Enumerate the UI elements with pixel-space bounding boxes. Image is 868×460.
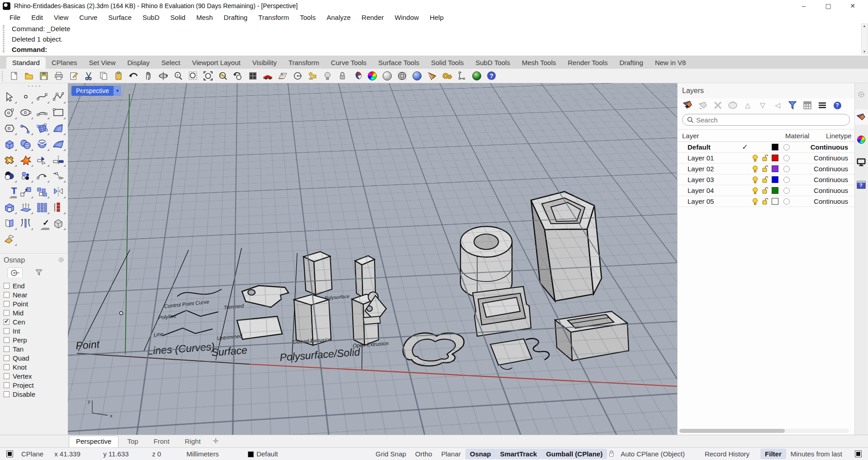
single-point-icon[interactable] [18, 89, 34, 104]
print-icon[interactable] [51, 69, 66, 83]
menu-render[interactable]: Render [356, 13, 389, 22]
explode-icon[interactable] [18, 152, 34, 168]
osnap-project[interactable]: Project [4, 380, 64, 390]
command-area[interactable]: Command: _Delete Deleted 1 object. Comma… [0, 23, 868, 56]
select-icon[interactable] [1, 89, 18, 104]
osnap-near[interactable]: Near [4, 290, 64, 299]
tab-new-in-v8[interactable]: New in V8 [649, 57, 692, 69]
rotate-view-icon[interactable] [156, 69, 171, 83]
extend-curve-icon[interactable] [34, 168, 50, 183]
trim-icon[interactable] [34, 152, 50, 168]
status-units[interactable]: Millimeters [181, 450, 224, 458]
cplane-lock-icon[interactable] [609, 450, 614, 458]
panel-menu-icon[interactable] [816, 99, 829, 111]
osnap-gear-icon[interactable] [58, 257, 64, 264]
delete-layer-icon[interactable] [711, 99, 725, 111]
selection-filter-tab[interactable] [32, 268, 47, 277]
help-icon[interactable] [484, 69, 499, 83]
tab-select[interactable]: Select [156, 57, 186, 69]
edit-box-icon[interactable] [1, 199, 18, 215]
layer-unlocked-icon[interactable] [762, 176, 768, 183]
edit-redline-icon[interactable] [66, 69, 81, 83]
tab-curve-tools[interactable]: Curve Tools [325, 57, 372, 69]
new-sublayer-icon[interactable] [696, 99, 710, 111]
menu-mesh[interactable]: Mesh [191, 13, 218, 22]
material-circle-icon[interactable] [783, 144, 790, 150]
close-button[interactable] [846, 2, 859, 9]
split-icon[interactable] [50, 152, 66, 168]
earth-icon[interactable] [469, 69, 484, 83]
layer-unlocked-icon[interactable] [762, 155, 768, 162]
layer-table-icon[interactable] [801, 99, 814, 111]
toggle-ortho[interactable]: Ortho [411, 449, 437, 459]
tab-cplanes[interactable]: CPlanes [46, 57, 83, 69]
layer-color-swatch[interactable] [772, 144, 778, 150]
lamp-icon[interactable] [320, 69, 335, 83]
lock-icon[interactable] [335, 69, 350, 83]
copy-objects-icon[interactable] [34, 183, 50, 199]
maximize-button[interactable] [822, 2, 835, 9]
scroll-up-icon[interactable]: ▲ [863, 24, 866, 28]
command-prompt[interactable]: Command: [12, 44, 860, 55]
tab-viewport-layout[interactable]: Viewport Layout [186, 57, 246, 69]
osnap-point[interactable]: Point [4, 299, 64, 308]
toggle-filter[interactable]: Filter [760, 449, 786, 459]
menu-window[interactable]: Window [390, 13, 424, 22]
toggle-gumball[interactable]: Gumball (CPlane) [541, 449, 607, 459]
untrimmed-surface-object[interactable] [237, 316, 282, 339]
options-gears-icon[interactable] [439, 69, 454, 83]
tab-transform[interactable]: Transform [283, 57, 325, 69]
solid-box-icon[interactable] [50, 215, 66, 231]
display-tab-icon[interactable] [855, 155, 868, 170]
menu-file[interactable]: File [5, 13, 25, 22]
toggle-auto-cplane[interactable]: Auto CPlane (Object) [616, 449, 689, 459]
layer-on-bulb-icon[interactable] [752, 176, 758, 183]
display-color-tab-icon[interactable] [855, 132, 868, 147]
filter-icon[interactable] [786, 99, 799, 111]
viewport-tab-perspective[interactable]: Perspective [69, 436, 119, 447]
viewport-tab-front[interactable]: Front [147, 436, 176, 447]
surface-from-points-icon[interactable] [34, 120, 50, 136]
layer-on-bulb-icon[interactable] [752, 198, 758, 205]
menu-transform[interactable]: Transform [253, 13, 294, 22]
toggle-minutes-from-last[interactable]: Minutes from last [786, 449, 847, 459]
osnap-int[interactable]: Int [4, 326, 64, 335]
pocket-block-object[interactable] [555, 311, 629, 361]
arc-icon[interactable] [34, 104, 50, 120]
layer-color-swatch[interactable] [772, 165, 778, 172]
osnap-points-tab[interactable] [7, 268, 23, 277]
trimmed-surface-object[interactable] [242, 286, 289, 307]
layer-row-03[interactable]: Layer 03 Continuous [678, 174, 854, 185]
add-viewport-icon[interactable] [209, 436, 223, 447]
viewport-tab-right[interactable]: Right [178, 436, 208, 447]
osnap-shapes-icon[interactable] [305, 69, 320, 83]
wireframe-sphere-icon[interactable] [394, 69, 409, 83]
osnap-perp[interactable]: Perp [4, 335, 64, 344]
tab-set-view[interactable]: Set View [83, 57, 122, 69]
menu-analyze[interactable]: Analyze [322, 13, 356, 22]
new-file-icon[interactable] [6, 69, 21, 83]
line-object[interactable] [162, 328, 213, 336]
curved-surface-icon[interactable] [50, 120, 66, 136]
status-right-pane-icon[interactable] [855, 451, 862, 457]
osnap-mid[interactable]: Mid [4, 308, 64, 317]
layer-unlocked-icon[interactable] [762, 198, 768, 205]
toggle-record-history[interactable]: Record History [700, 449, 754, 459]
paste-icon[interactable] [111, 69, 126, 83]
tab-drafting[interactable]: Drafting [613, 57, 649, 69]
ellipse-icon[interactable] [18, 104, 34, 120]
s-curve-surface-object[interactable] [490, 338, 549, 369]
menu-curve[interactable]: Curve [74, 13, 102, 22]
plugins-puzzle-icon[interactable] [1, 152, 18, 168]
tab-standard[interactable]: Standard [6, 57, 46, 69]
circle-center-icon[interactable] [290, 69, 305, 83]
menu-help[interactable]: Help [425, 13, 449, 22]
menu-view[interactable]: View [49, 13, 73, 22]
analysis-cone-icon[interactable] [424, 69, 439, 83]
layer-row-01[interactable]: Layer 01 Continuous [678, 153, 854, 164]
layer-color-swatch[interactable] [772, 187, 778, 194]
layer-color-swatch[interactable] [772, 176, 778, 183]
menu-subd[interactable]: SubD [138, 13, 165, 22]
status-cplane[interactable]: CPlane [16, 450, 49, 458]
polyline-object[interactable] [171, 310, 218, 317]
